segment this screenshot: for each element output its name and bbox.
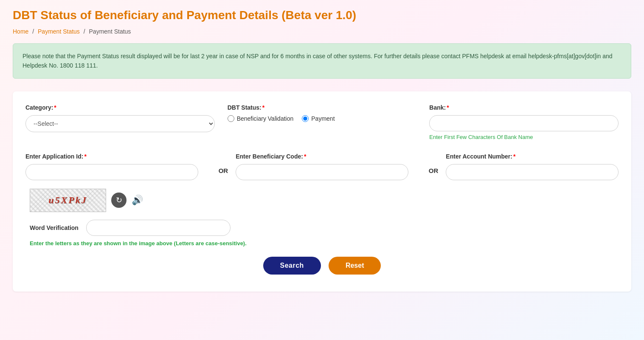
captcha-hint: Enter the letters as they are shown in t… bbox=[30, 240, 619, 246]
bank-hint: Enter First Few Characters Of Bank Name bbox=[429, 134, 619, 140]
form-row-2: Enter Application Id:* OR Enter Benefici… bbox=[25, 153, 619, 180]
page-title: DBT Status of Beneficiary and Payment De… bbox=[13, 8, 631, 22]
captcha-audio-button[interactable]: 🔊 bbox=[132, 195, 143, 206]
account-number-col: Enter Account Number:* bbox=[446, 153, 619, 180]
or-divider-2: OR bbox=[421, 167, 446, 174]
dbt-status-label: DBT Status:* bbox=[228, 104, 417, 111]
button-row: Search Reset bbox=[25, 257, 619, 275]
breadcrumb-sep1: / bbox=[32, 28, 34, 35]
bank-label: Bank:* bbox=[429, 104, 619, 111]
bank-col: Bank:* Enter First Few Characters Of Ban… bbox=[429, 104, 619, 140]
refresh-icon: ↻ bbox=[116, 196, 122, 205]
word-verification-row: Word Verification bbox=[30, 220, 619, 236]
radio-beneficiary-text: Beneficiary Validation bbox=[237, 115, 294, 122]
beneficiary-code-label: Enter Beneficiary Code:* bbox=[236, 153, 408, 160]
account-number-input[interactable] bbox=[446, 164, 619, 180]
search-button[interactable]: Search bbox=[263, 257, 321, 275]
app-id-label: Enter Application Id:* bbox=[25, 153, 198, 160]
radio-payment[interactable] bbox=[302, 115, 309, 122]
captcha-text: u5XPkJ bbox=[48, 195, 87, 206]
app-id-col: Enter Application Id:* bbox=[25, 153, 211, 180]
category-label: Category:* bbox=[25, 104, 215, 111]
beneficiary-code-col: Enter Beneficiary Code:* bbox=[236, 153, 421, 180]
account-number-label: Enter Account Number:* bbox=[446, 153, 619, 160]
captcha-section: u5XPkJ ↻ 🔊 Word Verification Enter the l… bbox=[30, 189, 619, 246]
speaker-icon: 🔊 bbox=[132, 195, 143, 205]
breadcrumb-home[interactable]: Home bbox=[13, 28, 28, 35]
breadcrumb-current: Payment Status bbox=[89, 28, 131, 35]
dbt-status-col: DBT Status:* Beneficiary Validation Paym… bbox=[228, 104, 430, 122]
app-id-input[interactable] bbox=[25, 164, 198, 180]
dbt-status-radio-group: Beneficiary Validation Payment bbox=[228, 115, 417, 122]
word-verification-label: Word Verification bbox=[30, 224, 79, 231]
category-col: Category:* --Select-- bbox=[25, 104, 228, 132]
breadcrumb-sep2: / bbox=[84, 28, 85, 35]
captcha-row: u5XPkJ ↻ 🔊 bbox=[30, 189, 619, 212]
captcha-image: u5XPkJ bbox=[30, 189, 106, 212]
reset-button[interactable]: Reset bbox=[329, 257, 381, 275]
main-form: Category:* --Select-- DBT Status:* Benef… bbox=[13, 91, 631, 292]
bank-input[interactable] bbox=[429, 115, 619, 131]
breadcrumb-payment-status-link[interactable]: Payment Status bbox=[38, 28, 80, 35]
radio-payment-label[interactable]: Payment bbox=[302, 115, 335, 122]
category-select[interactable]: --Select-- bbox=[25, 115, 215, 132]
radio-beneficiary[interactable] bbox=[228, 115, 234, 122]
captcha-refresh-button[interactable]: ↻ bbox=[111, 193, 127, 208]
or-divider-1: OR bbox=[211, 167, 236, 174]
beneficiary-code-input[interactable] bbox=[236, 164, 408, 180]
radio-payment-text: Payment bbox=[311, 115, 335, 122]
form-row-1: Category:* --Select-- DBT Status:* Benef… bbox=[25, 104, 619, 140]
breadcrumb: Home / Payment Status / Payment Status bbox=[13, 28, 631, 35]
word-verification-input[interactable] bbox=[86, 220, 231, 236]
radio-beneficiary-label[interactable]: Beneficiary Validation bbox=[228, 115, 294, 122]
info-box: Please note that the Payment Status resu… bbox=[13, 43, 631, 79]
